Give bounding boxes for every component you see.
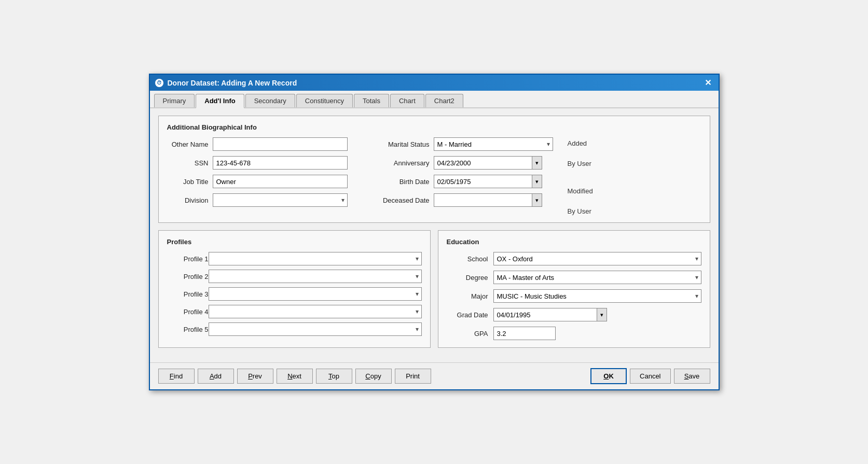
- main-window: ⏱ Donor Dataset: Adding A New Record ✕ P…: [149, 74, 720, 390]
- profiles-section: Profiles Profile 1 Profile 2 Prof: [158, 230, 431, 348]
- top-button[interactable]: Top: [316, 369, 352, 384]
- tab-chart2[interactable]: Chart2: [425, 94, 463, 107]
- deceased-date-input[interactable]: [434, 193, 532, 207]
- profile2-select[interactable]: [209, 270, 422, 283]
- copy-button[interactable]: Copy: [355, 369, 392, 384]
- added-label: Added: [568, 139, 701, 147]
- marital-status-label: Marital Status: [373, 140, 430, 148]
- find-button[interactable]: Find: [158, 369, 195, 384]
- division-label: Division: [167, 196, 209, 204]
- tab-secondary[interactable]: Secondary: [245, 94, 295, 107]
- tab-bar: Primary Add'l Info Secondary Constituenc…: [150, 91, 719, 108]
- tab-addl-info[interactable]: Add'l Info: [196, 94, 244, 108]
- ok-button[interactable]: OK: [590, 368, 627, 384]
- by-user-2-label: By User: [568, 207, 701, 215]
- deceased-date-calendar-button[interactable]: ▾: [532, 193, 542, 207]
- profile5-select[interactable]: [209, 322, 422, 336]
- anniversary-calendar-button[interactable]: ▾: [532, 156, 542, 170]
- tab-constituency[interactable]: Constituency: [296, 94, 353, 107]
- profile3-select[interactable]: [209, 287, 422, 301]
- grad-date-label: Grad Date: [447, 311, 488, 319]
- prev-button[interactable]: Prev: [237, 369, 273, 384]
- lower-sections: Profiles Profile 1 Profile 2 Prof: [158, 230, 710, 355]
- major-select[interactable]: MUSIC - Music Studies HIST - History MAT…: [493, 289, 701, 303]
- main-content: Additional Biographical Info Other Name …: [150, 108, 719, 362]
- anniversary-label: Anniversary: [373, 159, 430, 167]
- title-bar: ⏱ Donor Dataset: Adding A New Record ✕: [150, 75, 719, 91]
- save-button[interactable]: Save: [674, 369, 710, 384]
- profile2-label: Profile 2: [167, 273, 209, 280]
- tab-totals[interactable]: Totals: [354, 94, 389, 107]
- modified-label: Modified: [568, 187, 701, 195]
- education-section: Education School OX - Oxford HA - Harvar…: [438, 230, 710, 348]
- add-button[interactable]: Add: [198, 369, 234, 384]
- school-select[interactable]: OX - Oxford HA - Harvard YL - Yale: [493, 252, 701, 265]
- other-name-input[interactable]: [213, 137, 348, 151]
- division-select[interactable]: [213, 193, 348, 207]
- window-title: Donor Dataset: Adding A New Record: [168, 79, 297, 87]
- close-button[interactable]: ✕: [702, 78, 713, 88]
- tab-primary[interactable]: Primary: [154, 94, 195, 107]
- degree-select[interactable]: MA - Master of Arts BS - Bachelor of Sci…: [493, 271, 701, 284]
- degree-label: Degree: [447, 274, 488, 282]
- birth-date-calendar-button[interactable]: ▾: [532, 175, 542, 188]
- profile3-label: Profile 3: [167, 290, 209, 298]
- grad-date-calendar-button[interactable]: ▾: [597, 308, 607, 321]
- other-name-label: Other Name: [167, 140, 209, 148]
- cancel-button[interactable]: Cancel: [630, 369, 670, 384]
- grad-date-input[interactable]: [493, 308, 597, 321]
- birth-date-label: Birth Date: [373, 178, 430, 186]
- profile1-select[interactable]: [209, 252, 422, 265]
- job-title-label: Job Title: [167, 178, 209, 186]
- title-bar-left: ⏱ Donor Dataset: Adding A New Record: [155, 79, 297, 87]
- bio-section-label: Additional Biographical Info: [167, 123, 701, 131]
- app-icon: ⏱: [155, 79, 163, 87]
- profile4-label: Profile 4: [167, 308, 209, 316]
- print-button[interactable]: Print: [395, 369, 431, 384]
- gpa-label: GPA: [447, 330, 488, 338]
- by-user-1-label: By User: [568, 160, 701, 167]
- profile5-label: Profile 5: [167, 326, 209, 333]
- major-label: Major: [447, 292, 488, 300]
- profile1-label: Profile 1: [167, 255, 209, 263]
- profile4-select[interactable]: [209, 305, 422, 318]
- profiles-section-label: Profiles: [167, 238, 422, 246]
- job-title-input[interactable]: [213, 175, 348, 188]
- gpa-input[interactable]: [493, 327, 556, 340]
- anniversary-input[interactable]: [434, 156, 532, 170]
- next-button[interactable]: Next: [277, 369, 313, 384]
- marital-status-select[interactable]: M - Married S - Single D - Divorced W - …: [434, 137, 553, 151]
- deceased-date-label: Deceased Date: [373, 196, 430, 204]
- ssn-label: SSN: [167, 159, 209, 167]
- birth-date-input[interactable]: [434, 175, 532, 188]
- footer: Find Add Prev Next Top Copy Print OK Can…: [150, 362, 719, 389]
- school-label: School: [447, 255, 488, 263]
- bio-section: Additional Biographical Info Other Name …: [158, 116, 710, 223]
- education-section-label: Education: [447, 238, 701, 246]
- tab-chart[interactable]: Chart: [390, 94, 424, 107]
- ssn-input[interactable]: [213, 156, 348, 170]
